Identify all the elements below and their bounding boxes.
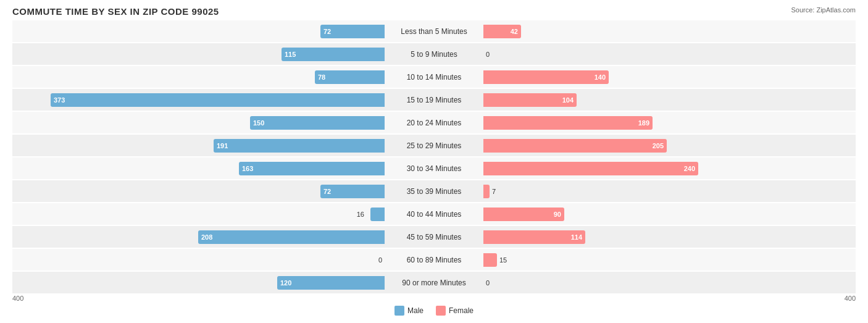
right-section: 42	[483, 20, 856, 42]
female-value-outside: 7	[492, 188, 496, 195]
table-row: 19125 to 29 Minutes205	[12, 135, 856, 156]
left-section: 72	[12, 20, 385, 42]
male-value: 208	[198, 233, 212, 241]
left-section: 163	[12, 157, 385, 179]
table-row: 1155 to 9 Minutes0	[12, 43, 856, 65]
row-label: 10 to 14 Minutes	[385, 73, 483, 82]
row-label: 20 to 24 Minutes	[385, 119, 483, 127]
left-section: 120	[12, 272, 385, 293]
legend-female-label: Female	[449, 306, 474, 315]
table-row: 12090 or more Minutes0	[12, 272, 856, 293]
table-row: 37315 to 19 Minutes104	[12, 89, 856, 111]
bar-male	[370, 208, 385, 221]
bar-female: 42	[483, 25, 521, 38]
right-section: 90	[483, 203, 856, 225]
table-row: 16330 to 34 Minutes240	[12, 157, 856, 179]
row-label: 40 to 44 Minutes	[385, 210, 483, 219]
left-section: 0	[12, 249, 385, 271]
right-section: 140	[483, 66, 856, 88]
chart-container: COMMUTE TIME BY SEX IN ZIP CODE 99025 So…	[0, 0, 868, 323]
rows-container: 72Less than 5 Minutes421155 to 9 Minutes…	[12, 20, 856, 293]
right-section: 205	[483, 135, 856, 156]
left-section: 208	[12, 226, 385, 248]
row-label: 5 to 9 Minutes	[385, 50, 483, 59]
bar-male: 150	[250, 116, 385, 130]
bar-male: 78	[315, 70, 385, 84]
female-value-outside: 15	[499, 256, 507, 264]
male-value: 120	[277, 279, 291, 287]
bar-female	[483, 185, 490, 198]
male-value: 163	[239, 165, 253, 172]
bar-male: 373	[51, 93, 385, 107]
bar-female: 140	[483, 70, 609, 84]
right-section: 0	[483, 43, 856, 65]
female-value: 104	[562, 96, 577, 104]
row-label: Less than 5 Minutes	[385, 27, 483, 36]
bar-female: 104	[483, 93, 577, 107]
left-section: 72	[12, 180, 385, 202]
table-row: 060 to 89 Minutes15	[12, 249, 856, 271]
bar-female: 90	[483, 208, 564, 221]
female-value-zero: 0	[486, 51, 490, 58]
female-value: 189	[638, 119, 653, 127]
row-label: 35 to 39 Minutes	[385, 187, 483, 196]
male-value: 150	[250, 119, 264, 127]
axis-left: 400	[12, 295, 23, 302]
bar-male: 72	[320, 185, 385, 198]
table-row: 7235 to 39 Minutes7	[12, 180, 856, 202]
bar-female: 240	[483, 162, 698, 175]
legend-female-box	[436, 306, 446, 316]
left-section: 78	[12, 66, 385, 88]
female-value: 42	[511, 28, 521, 35]
left-section: 373	[12, 89, 385, 111]
left-section: 150	[12, 112, 385, 133]
bar-male: 163	[239, 162, 385, 175]
legend-male-label: Male	[407, 306, 424, 315]
legend-male: Male	[394, 306, 424, 316]
right-section: 0	[483, 272, 856, 293]
male-value: 191	[214, 142, 228, 149]
left-section: 115	[12, 43, 385, 65]
right-section: 240	[483, 157, 856, 179]
male-value-zero: 0	[378, 256, 382, 264]
row-label: 45 to 59 Minutes	[385, 233, 483, 241]
left-section: 191	[12, 135, 385, 156]
right-section: 189	[483, 112, 856, 133]
bar-male: 208	[198, 230, 385, 244]
female-value-zero: 0	[486, 279, 490, 287]
table-row: 20845 to 59 Minutes114	[12, 226, 856, 248]
axis-right: 400	[845, 295, 856, 302]
female-value: 240	[684, 165, 698, 172]
bar-male: 115	[282, 48, 385, 61]
left-section: 16	[12, 203, 385, 225]
legend: Male Female	[12, 306, 856, 316]
bar-male: 72	[320, 25, 385, 38]
female-value: 90	[554, 211, 564, 218]
male-value: 78	[315, 73, 325, 81]
male-value: 373	[51, 96, 65, 104]
legend-female: Female	[436, 306, 474, 316]
bar-male: 120	[277, 276, 385, 290]
male-value: 72	[320, 188, 331, 195]
bar-male: 191	[214, 139, 385, 153]
table-row: 7810 to 14 Minutes140	[12, 66, 856, 88]
row-label: 25 to 29 Minutes	[385, 141, 483, 150]
source-label: Source: ZipAtlas.com	[791, 6, 856, 14]
bar-female: 205	[483, 139, 667, 153]
row-label: 15 to 19 Minutes	[385, 96, 483, 104]
female-value: 140	[595, 73, 609, 81]
female-value: 114	[571, 233, 585, 241]
right-section: 114	[483, 226, 856, 248]
female-value: 205	[653, 142, 667, 149]
row-label: 60 to 89 Minutes	[385, 256, 483, 264]
male-value: 115	[282, 51, 296, 58]
table-row: 1640 to 44 Minutes90	[12, 203, 856, 225]
right-section: 15	[483, 249, 856, 271]
table-row: 15020 to 24 Minutes189	[12, 112, 856, 133]
row-label: 90 or more Minutes	[385, 279, 483, 287]
axis-labels: 400 400	[12, 295, 856, 302]
right-section: 104	[483, 89, 856, 111]
legend-male-box	[394, 306, 404, 316]
male-value-outside: 16	[357, 211, 364, 218]
bar-female	[483, 253, 497, 267]
